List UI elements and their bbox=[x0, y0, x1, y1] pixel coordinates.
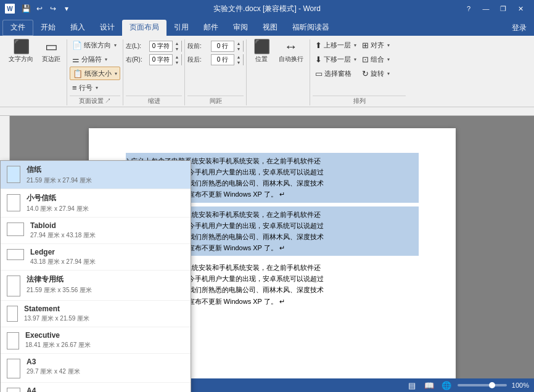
paper-item-a4[interactable]: A4 21 厘米 x 29.7 厘米 bbox=[1, 383, 191, 392]
paper-item-a3[interactable]: A3 29.7 厘米 x 42 厘米 bbox=[1, 354, 191, 383]
title-bar: W 💾 ↩ ↪ ▾ 实验文件.docx [兼容模式] - Word ? — ❐ … bbox=[0, 0, 534, 17]
margins-btn[interactable]: ▭ 页边距 bbox=[38, 38, 64, 65]
group-icon: ⊡ bbox=[362, 55, 369, 64]
tab-insert[interactable]: 插入 bbox=[63, 20, 92, 36]
line-numbers-dropdown-arrow: ▾ bbox=[96, 85, 98, 91]
breaks-btn[interactable]: ⚌ 分隔符 ▾ bbox=[70, 52, 120, 66]
quick-access-toolbar: 💾 ↩ ↪ ▾ bbox=[20, 2, 73, 15]
paper-icon-letter bbox=[7, 166, 20, 183]
spacing-after-input[interactable] bbox=[212, 55, 234, 65]
spacing-after-up[interactable]: ▲ bbox=[234, 54, 243, 60]
selection-pane-btn[interactable]: ▭ 选择窗格 bbox=[313, 67, 359, 80]
position-btn[interactable]: ⬛ 位置 bbox=[249, 38, 274, 65]
tab-foxit[interactable]: 福昕阅读器 bbox=[285, 20, 337, 36]
spacing-before-up[interactable]: ▲ bbox=[234, 41, 243, 46]
orientation-btn[interactable]: 📄 纸张方向 ▾ bbox=[70, 38, 120, 52]
indent-left-up[interactable]: ▲ bbox=[173, 41, 181, 46]
tab-design[interactable]: 设计 bbox=[92, 20, 122, 36]
send-backward-arrow: ▾ bbox=[354, 57, 356, 62]
spacing-before-down[interactable]: ▼ bbox=[234, 46, 243, 52]
indent-right-input[interactable] bbox=[150, 55, 172, 65]
spacing-before-label: 段前: bbox=[187, 42, 208, 51]
spacing-after-down[interactable]: ▼ bbox=[234, 60, 243, 65]
save-quick-btn[interactable]: 💾 bbox=[20, 2, 32, 15]
tab-view[interactable]: 视图 bbox=[255, 20, 285, 36]
paper-item-legal[interactable]: 法律专用纸 21.59 厘米 x 35.56 厘米 bbox=[1, 271, 191, 301]
position-content: ⬛ 位置 ↔ 自动换行 bbox=[249, 38, 307, 105]
tab-home[interactable]: 开始 bbox=[33, 20, 63, 36]
spacing-before-input[interactable] bbox=[212, 41, 234, 51]
paper-item-statement[interactable]: Statement 13.97 厘米 x 21.59 厘米 bbox=[1, 301, 191, 327]
sep1 bbox=[67, 39, 67, 105]
minimize-btn[interactable]: — bbox=[477, 0, 495, 17]
align-arrow: ▾ bbox=[387, 43, 390, 48]
paper-icon-statement bbox=[7, 306, 18, 322]
paper-item-small-letter[interactable]: 小号信纸 14.0 厘米 x 27.94 厘米 bbox=[1, 189, 191, 218]
spacing-after-arrows: ▲ ▼ bbox=[234, 54, 243, 65]
tab-mailings[interactable]: 邮件 bbox=[196, 20, 226, 36]
spacing-before-spinbox[interactable]: ▲ ▼ bbox=[211, 41, 244, 52]
redo-quick-btn[interactable]: ↪ bbox=[47, 2, 59, 15]
close-btn[interactable]: ✕ bbox=[512, 0, 529, 17]
paper-size-icon: 📋 bbox=[73, 69, 83, 78]
breaks-dropdown-arrow: ▾ bbox=[105, 57, 107, 62]
group-btn[interactable]: ⊡ 组合 ▾ bbox=[359, 52, 406, 66]
bring-forward-arrow: ▾ bbox=[354, 43, 356, 48]
read-mode-btn[interactable]: 📖 bbox=[423, 379, 435, 391]
send-backward-btn[interactable]: ⬇ 下移一层 ▾ bbox=[313, 52, 359, 66]
paper-item-tabloid[interactable]: Tabloid 27.94 厘米 x 43.18 厘米 bbox=[1, 218, 191, 244]
paper-item-letter[interactable]: 信纸 21.59 厘米 x 27.94 厘米 bbox=[1, 161, 191, 189]
undo-quick-btn[interactable]: ↩ bbox=[33, 2, 46, 15]
login-btn[interactable]: 登录 bbox=[504, 20, 534, 36]
indent-right-down[interactable]: ▼ bbox=[173, 60, 181, 65]
paper-size-dropdown-arrow: ▾ bbox=[115, 71, 117, 76]
paper-info-a4: A4 21 厘米 x 29.7 厘米 bbox=[27, 386, 184, 392]
breaks-icon: ⚌ bbox=[72, 55, 80, 64]
page-setup-group-left: ⬛ 文字方向 ▭ 页边距 bbox=[5, 38, 64, 107]
tab-references[interactable]: 引用 bbox=[166, 20, 196, 36]
paper-size-btn[interactable]: 📋 纸张大小 ▾ bbox=[70, 67, 120, 80]
spacing-after-label: 段后: bbox=[187, 55, 208, 64]
paper-item-ledger[interactable]: Ledger 43.18 厘米 x 27.94 厘米 bbox=[1, 244, 191, 271]
paper-icon-ledger bbox=[7, 249, 24, 260]
text-wrap-btn[interactable]: ↔ 自动换行 bbox=[275, 38, 307, 65]
rotate-btn[interactable]: ↻ 旋转 ▾ bbox=[359, 67, 406, 80]
text-wrap-icon: ↔ bbox=[284, 40, 298, 54]
group-arrow: ▾ bbox=[387, 57, 390, 62]
paper-item-executive[interactable]: Executive 18.41 厘米 x 26.67 厘米 bbox=[1, 327, 191, 354]
tab-page-layout[interactable]: 页面布局 bbox=[122, 20, 166, 36]
text-direction-btn[interactable]: ⬛ 文字方向 bbox=[5, 38, 37, 65]
customize-quick-btn[interactable]: ▾ bbox=[60, 2, 73, 15]
paper-info-tabloid: Tabloid 27.94 厘米 x 43.18 厘米 bbox=[30, 221, 184, 240]
maximize-btn[interactable]: ❐ bbox=[495, 0, 512, 17]
indent-left-down[interactable]: ▼ bbox=[173, 46, 181, 52]
indent-left-label: 左(L): bbox=[126, 42, 147, 51]
paper-icon-legal bbox=[7, 276, 20, 296]
paper-size-dropdown: 信纸 21.59 厘米 x 27.94 厘米 小号信纸 14.0 厘米 x 27… bbox=[0, 160, 191, 392]
align-btn[interactable]: ⊞ 对齐 ▾ bbox=[359, 38, 406, 52]
zoom-thumb[interactable] bbox=[489, 382, 495, 388]
orientation-dropdown-arrow: ▾ bbox=[114, 43, 117, 48]
web-view-btn[interactable]: 🌐 bbox=[440, 379, 453, 391]
bring-forward-btn[interactable]: ⬆ 上移一层 ▾ bbox=[313, 38, 359, 52]
indent-content: 左(L): ▲ ▼ 右(R): ▲ bbox=[126, 38, 182, 94]
text-direction-icon: ⬛ bbox=[13, 40, 30, 54]
selection-pane-icon: ▭ bbox=[315, 69, 322, 78]
tab-file[interactable]: 文件 bbox=[2, 20, 33, 36]
main-container: ) 广义上包含了电脑系统安装和手机系统安装，在之前手机软件还 电脑系统安装，可如… bbox=[0, 107, 534, 392]
spacing-after-spinbox[interactable]: ▲ ▼ bbox=[211, 54, 244, 65]
line-numbers-btn[interactable]: ≡ 行号 ▾ bbox=[70, 81, 120, 94]
paper-info-ledger: Ledger 43.18 厘米 x 27.94 厘米 bbox=[30, 248, 184, 266]
indent-right-up[interactable]: ▲ bbox=[173, 54, 181, 60]
indent-left-input[interactable] bbox=[150, 41, 172, 51]
help-btn[interactable]: ? bbox=[460, 0, 477, 17]
tab-review[interactable]: 审阅 bbox=[226, 20, 255, 36]
indent-group: 左(L): ▲ ▼ 右(R): ▲ bbox=[126, 38, 182, 107]
print-layout-view-btn[interactable]: ▤ bbox=[406, 379, 418, 391]
indent-right-spinbox[interactable]: ▲ ▼ bbox=[149, 54, 182, 65]
paper-info-executive: Executive 18.41 厘米 x 26.67 厘米 bbox=[25, 331, 184, 349]
rotate-arrow: ▾ bbox=[387, 71, 390, 76]
indent-left-spinbox[interactable]: ▲ ▼ bbox=[149, 41, 182, 52]
zoom-slider[interactable] bbox=[458, 384, 507, 386]
paper-icon-a4 bbox=[7, 388, 20, 392]
